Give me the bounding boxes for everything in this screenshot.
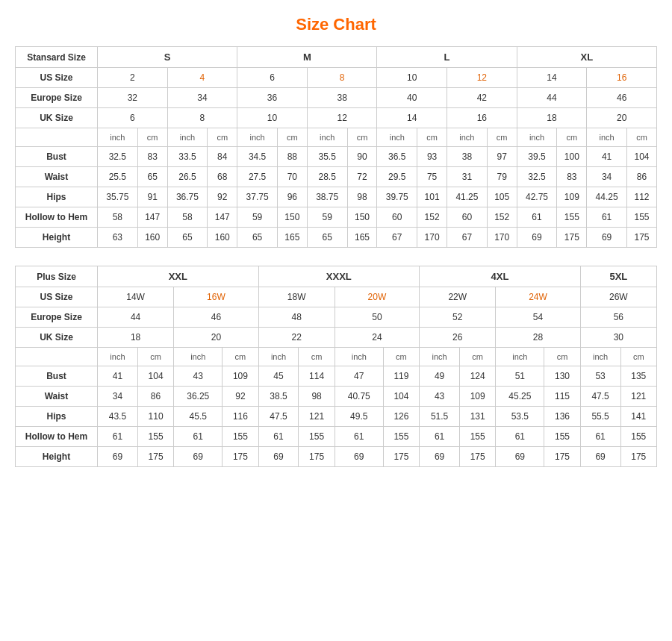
us-size-label: US Size xyxy=(16,68,98,88)
plus-measurement-value: 61 xyxy=(98,427,138,447)
plus-measurement-value: 175 xyxy=(223,447,258,467)
unit-cell: cm xyxy=(487,128,517,147)
plus-uk-size-value: 20 xyxy=(174,328,258,348)
measurement-value: 105 xyxy=(487,187,517,207)
plus-measurement-value: 43.5 xyxy=(98,407,138,427)
plus-measurement-value: 45.5 xyxy=(174,407,223,427)
plus-measurement-value: 69 xyxy=(258,447,299,467)
plus-measurement-value: 36.25 xyxy=(174,387,223,407)
plus-measurement-value: 121 xyxy=(620,387,656,407)
plus-europe-size-label: Europe Size xyxy=(16,307,98,328)
measurement-value: 36.75 xyxy=(167,187,208,207)
plus-measurement-value: 115 xyxy=(544,387,580,407)
measurement-value: 69 xyxy=(587,228,627,248)
europe-size-value: 36 xyxy=(237,88,308,108)
plus-unit-row-empty xyxy=(16,348,98,366)
measurement-value: 36.5 xyxy=(377,147,417,167)
plus-measurement-value: 49.5 xyxy=(335,407,383,427)
measurement-label: Waist xyxy=(16,167,98,187)
plus-uk-size-label: UK Size xyxy=(16,328,98,348)
measurement-value: 150 xyxy=(277,207,307,228)
plus-measurement-value: 141 xyxy=(620,407,656,427)
plus-europe-size-value: 54 xyxy=(496,307,580,328)
plus-us-size-label: US Size xyxy=(16,287,98,307)
plus-measurement-value: 61 xyxy=(335,427,383,447)
measurement-value: 29.5 xyxy=(377,167,417,187)
plus-measurement-value: 45.25 xyxy=(496,387,544,407)
europe-size-value: 38 xyxy=(307,88,377,108)
plus-europe-size-value: 50 xyxy=(335,307,419,328)
measurement-value: 79 xyxy=(487,167,517,187)
measurement-value: 84 xyxy=(208,147,237,167)
uk-size-value: 14 xyxy=(377,108,447,128)
measurement-value: 31 xyxy=(447,167,488,187)
measurement-value: 170 xyxy=(487,228,517,248)
measurement-value: 155 xyxy=(557,207,587,228)
uk-size-value: 10 xyxy=(237,108,308,128)
plus-unit-cell: cm xyxy=(460,348,496,366)
plus-measurement-value: 61 xyxy=(258,427,299,447)
plus-unit-cell: cm xyxy=(223,348,258,366)
plus-size-table: Plus Size XXL XXXL 4XL 5XL US Size14W16W… xyxy=(15,266,657,467)
measurement-value: 44.25 xyxy=(587,187,627,207)
measurement-value: 65 xyxy=(137,167,167,187)
plus-measurement-value: 40.75 xyxy=(335,387,383,407)
measurement-value: 61 xyxy=(517,207,557,228)
europe-size-value: 40 xyxy=(377,88,447,108)
unit-cell: inch xyxy=(517,128,557,147)
unit-cell: inch xyxy=(377,128,417,147)
measurement-value: 170 xyxy=(417,228,447,248)
plus-measurement-value: 131 xyxy=(460,407,496,427)
uk-size-value: 18 xyxy=(517,108,587,128)
plus-us-size-value: 16W xyxy=(174,287,258,307)
plus-unit-cell: cm xyxy=(620,348,656,366)
plus-measurement-value: 175 xyxy=(544,447,580,467)
measurement-value: 147 xyxy=(137,207,167,228)
plus-measurement-value: 110 xyxy=(137,407,173,427)
plus-measurement-value: 61 xyxy=(580,427,620,447)
uk-size-value: 12 xyxy=(307,108,377,128)
plus-measurement-value: 155 xyxy=(223,427,258,447)
plus-measurement-value: 47.5 xyxy=(580,387,620,407)
plus-measurement-value: 53 xyxy=(580,366,620,387)
plus-us-size-value: 22W xyxy=(420,287,496,307)
measurement-value: 165 xyxy=(347,228,377,248)
us-size-value: 8 xyxy=(307,68,377,88)
plus-measurement-value: 53.5 xyxy=(496,407,544,427)
measurement-value: 37.75 xyxy=(237,187,278,207)
plus-measurement-label: Bust xyxy=(16,366,98,387)
unit-cell: cm xyxy=(557,128,587,147)
plus-unit-cell: cm xyxy=(299,348,335,366)
measurement-value: 109 xyxy=(557,187,587,207)
plus-measurement-value: 155 xyxy=(460,427,496,447)
europe-size-value: 46 xyxy=(587,88,657,108)
measurement-value: 83 xyxy=(557,167,587,187)
plus-unit-cell: inch xyxy=(98,348,138,366)
plus-unit-cell: inch xyxy=(174,348,223,366)
plus-measurement-value: 104 xyxy=(383,387,419,407)
plus-uk-size-value: 24 xyxy=(335,328,419,348)
plus-unit-cell: inch xyxy=(335,348,383,366)
measurement-value: 160 xyxy=(208,228,237,248)
us-size-value: 2 xyxy=(98,68,168,88)
measurement-value: 88 xyxy=(277,147,307,167)
standard-size-section: Stansard Size S M L XL US Size2468101214… xyxy=(15,46,657,248)
measurement-value: 150 xyxy=(347,207,377,228)
measurement-value: 41.25 xyxy=(447,187,488,207)
measurement-value: 35.75 xyxy=(98,187,138,207)
plus-us-size-value: 20W xyxy=(335,287,419,307)
plus-measurement-value: 155 xyxy=(383,427,419,447)
measurement-value: 100 xyxy=(557,147,587,167)
plus-us-size-value: 14W xyxy=(98,287,174,307)
page-title: Size Chart xyxy=(15,15,657,34)
plus-measurement-value: 155 xyxy=(137,427,173,447)
plus-measurement-value: 121 xyxy=(299,407,335,427)
plus-measurement-value: 119 xyxy=(383,366,419,387)
measurement-value: 175 xyxy=(557,228,587,248)
plus-measurement-label: Waist xyxy=(16,387,98,407)
us-size-value: 12 xyxy=(447,68,517,88)
plus-measurement-value: 155 xyxy=(299,427,335,447)
plus-us-size-value: 24W xyxy=(496,287,580,307)
measurement-value: 35.5 xyxy=(307,147,347,167)
unit-cell: inch xyxy=(587,128,627,147)
